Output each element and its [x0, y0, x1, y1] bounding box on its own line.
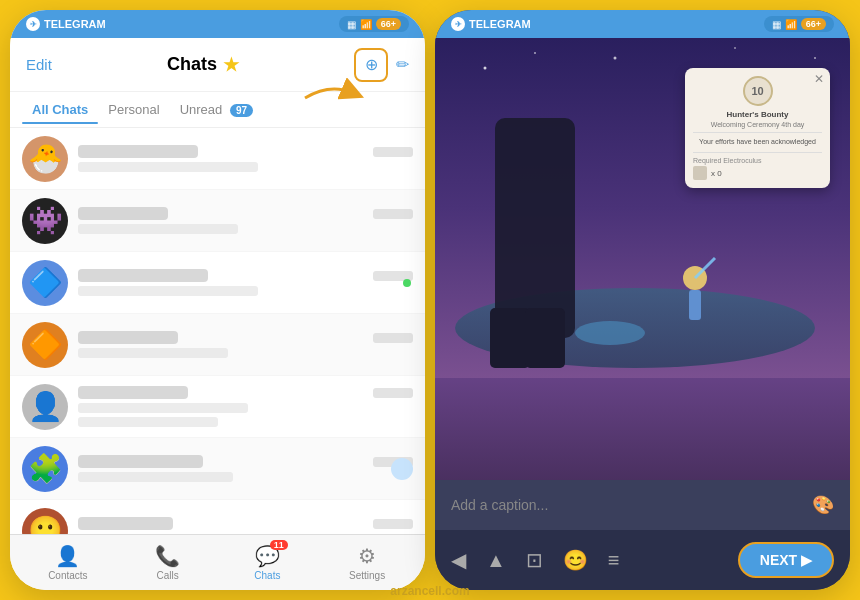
next-button[interactable]: NEXT ▶ [738, 542, 834, 578]
phone-left: ✈ TELEGRAM ▦ 📶 66+ Edit Chats ★ ⊕ ✏ [10, 10, 425, 590]
next-label: NEXT ▶ [760, 552, 812, 568]
tab-all-chats[interactable]: All Chats [22, 96, 98, 123]
chat-content-5 [78, 386, 413, 427]
chat-time-4 [373, 333, 413, 343]
svg-point-5 [575, 321, 645, 345]
nav-settings[interactable]: ⚙ Settings [317, 544, 417, 581]
chats-title: Chats [167, 54, 217, 75]
avatar-3: 🔷 [22, 260, 68, 306]
chat-time-1 [373, 147, 413, 157]
chat-name-row-4 [78, 331, 413, 344]
chat-name-row-2 [78, 207, 413, 220]
chat-content-6 [78, 455, 413, 482]
contacts-label: Contacts [48, 570, 87, 581]
back-button[interactable]: ◀ [451, 548, 466, 572]
chat-preview-3 [78, 286, 258, 296]
card-close-button[interactable]: ✕ [814, 72, 824, 86]
chats-badge-count: 11 [270, 540, 288, 550]
outer-frame: ✈ TELEGRAM ▦ 📶 66+ Edit Chats ★ ⊕ ✏ [0, 0, 860, 600]
svg-point-12 [734, 47, 736, 49]
bottom-toolbar: ◀ ▲ ⊡ 😊 ≡ NEXT ▶ [435, 530, 850, 590]
chat-preview-6 [78, 472, 233, 482]
adjust-button[interactable]: ≡ [608, 549, 620, 572]
chat-item-6[interactable]: 🧩 [10, 438, 425, 500]
chat-time-2 [373, 209, 413, 219]
edit-button[interactable]: Edit [26, 56, 52, 73]
chat-name-row-6 [78, 455, 413, 468]
forward-button[interactable]: ▲ [486, 549, 506, 572]
wifi-icon-right: ▦ [772, 19, 781, 30]
chat-item-7[interactable]: 🙂 [10, 500, 425, 534]
telegram-name-right: TELEGRAM [469, 18, 531, 30]
svg-rect-3 [490, 308, 530, 368]
avatar-5: 👤 [22, 384, 68, 430]
status-bar-left: ✈ TELEGRAM ▦ 📶 66+ [10, 10, 425, 38]
chat-name-row-3 [78, 269, 413, 282]
card-badge-number: 10 [743, 76, 773, 106]
caption-input[interactable]: Add a caption... [451, 497, 802, 513]
status-bar-right: ✈ TELEGRAM ▦ 📶 66+ [435, 10, 850, 38]
avatar-icon-2: 👾 [28, 204, 63, 237]
caption-bar: Add a caption... 🎨 [435, 480, 850, 530]
online-indicator-3 [403, 279, 411, 287]
avatar-icon-7: 🙂 [28, 514, 63, 534]
chat-name-3 [78, 269, 208, 282]
tab-unread[interactable]: Unread 97 [170, 96, 263, 123]
unread-badge: 97 [230, 104, 253, 117]
settings-icon: ⚙ [358, 544, 376, 568]
chat-name-2 [78, 207, 168, 220]
chat-content-3 [78, 269, 413, 296]
signal-icon-right: 📶 [785, 19, 797, 30]
card-divider [693, 132, 822, 133]
contacts-icon: 👤 [55, 544, 80, 568]
req-item-icon [693, 166, 707, 180]
compose-icon[interactable]: ✏ [396, 55, 409, 74]
chat-item-1[interactable]: 🐣 [10, 128, 425, 190]
avatar-1: 🐣 [22, 136, 68, 182]
crop-button[interactable]: ⊡ [526, 548, 543, 572]
battery-right: 66+ [801, 18, 826, 30]
nav-calls[interactable]: 📞 Calls [118, 544, 218, 581]
svg-point-11 [614, 57, 617, 60]
battery-left: 66+ [376, 18, 401, 30]
chat-name-row-5 [78, 386, 413, 399]
tab-personal[interactable]: Personal [98, 96, 169, 123]
chat-preview-5 [78, 403, 248, 413]
calls-label: Calls [157, 570, 179, 581]
chats-badge-wrapper: 💬 11 [255, 544, 280, 568]
nav-contacts[interactable]: 👤 Contacts [18, 544, 118, 581]
chat-content-1 [78, 145, 413, 172]
card-description: Your efforts have been acknowledged [693, 137, 822, 146]
sticker-button[interactable]: 😊 [563, 548, 588, 572]
avatar-6: 🧩 [22, 446, 68, 492]
achievement-card: ✕ 10 Hunter's Bounty Welcoming Ceremony … [685, 68, 830, 188]
card-divider-2 [693, 152, 822, 153]
chats-nav-label: Chats [254, 570, 280, 581]
chat-name-5 [78, 386, 188, 399]
chat-preview-1 [78, 162, 258, 172]
chat-item-5[interactable]: 👤 [10, 376, 425, 438]
star-icon: ★ [223, 54, 239, 76]
chat-content-7 [78, 517, 413, 534]
header-title-group: Chats ★ [167, 54, 239, 76]
calls-icon: 📞 [155, 544, 180, 568]
watermark: arzancell.com [390, 584, 469, 598]
chat-header: Edit Chats ★ ⊕ ✏ [10, 38, 425, 92]
chat-name-1 [78, 145, 198, 158]
avatar-2: 👾 [22, 198, 68, 244]
new-chat-button[interactable]: ⊕ [354, 48, 388, 82]
avatar-icon-1: 🐣 [28, 142, 63, 175]
settings-label: Settings [349, 570, 385, 581]
chat-item-4[interactable]: 🔶 [10, 314, 425, 376]
telegram-name-left: TELEGRAM [44, 18, 106, 30]
avatar-icon-5: 👤 [28, 390, 63, 423]
wifi-icon-left: ▦ [347, 19, 356, 30]
status-icons-right: ▦ 📶 66+ [764, 16, 834, 32]
nav-chats[interactable]: 💬 11 Chats [218, 544, 318, 581]
caption-emoji-button[interactable]: 🎨 [812, 494, 834, 516]
chat-item-2[interactable]: 👾 [10, 190, 425, 252]
chat-content-2 [78, 207, 413, 234]
chat-time-5 [373, 388, 413, 398]
chat-item-3[interactable]: 🔷 [10, 252, 425, 314]
svg-rect-4 [525, 308, 565, 368]
